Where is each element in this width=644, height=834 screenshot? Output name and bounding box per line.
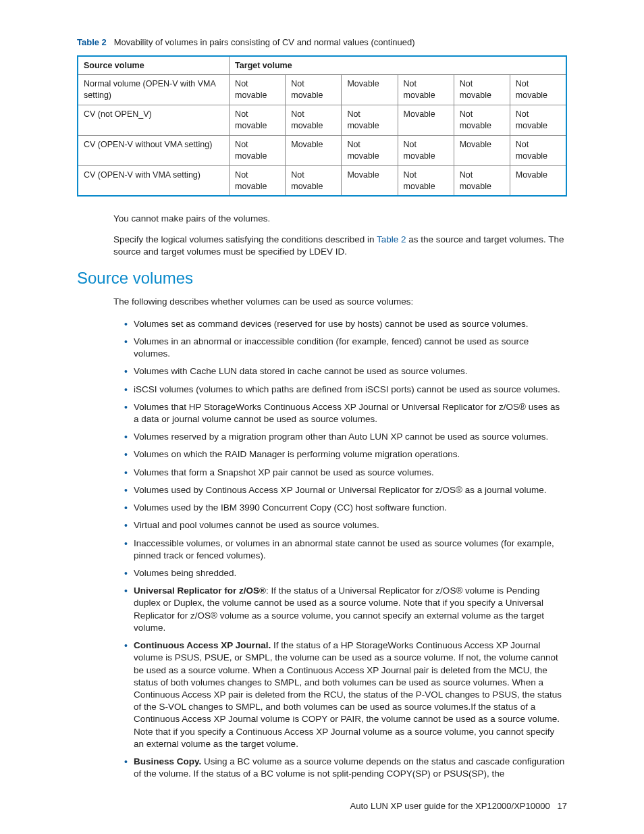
- table-cell: Not movable: [510, 105, 566, 136]
- movability-table: Source volume Target volume Normal volum…: [77, 55, 567, 197]
- table-cell: Not movable: [230, 75, 286, 105]
- paragraph: You cannot make pairs of the volumes.: [113, 213, 567, 225]
- list-item-text: Volumes on which the RAID Manager is per…: [134, 449, 460, 459]
- list-item-text: If the status of a HP StorageWorks Conti…: [134, 640, 562, 749]
- list-item-bold: Universal Replicator for z/OS®: [134, 585, 266, 596]
- list-item: Volumes reserved by a migration program …: [124, 431, 567, 443]
- table-cell: CV (OPEN-V without VMA setting): [78, 135, 230, 165]
- list-item: Volumes used by the IBM 3990 Concurrent …: [124, 502, 567, 514]
- page-footer: Auto LUN XP user guide for the XP12000/X…: [77, 800, 567, 812]
- list-item: Continuous Access XP Journal. If the sta…: [124, 640, 567, 750]
- list-item: Volumes on which the RAID Manager is per…: [124, 448, 567, 461]
- table-row: CV (OPEN-V without VMA setting)Not movab…: [78, 135, 566, 165]
- col-header-target: Target volume: [230, 56, 566, 75]
- list-item-bold: Business Copy.: [134, 756, 201, 766]
- table-cell: Normal volume (OPEN-V with VMA setting): [78, 75, 230, 105]
- table-cell: Not movable: [230, 105, 286, 136]
- table-cell: Not movable: [286, 165, 342, 196]
- table-cell: Not movable: [286, 105, 342, 136]
- table-label: Table 2: [77, 37, 107, 47]
- list-item: Volumes being shredded.: [124, 567, 567, 579]
- list-item-text: Volumes reserved by a migration program …: [134, 432, 548, 442]
- table-caption-text: Movability of volumes in pairs consistin…: [114, 37, 415, 47]
- table-cell: CV (not OPEN_V): [78, 105, 230, 136]
- table-cell: CV (OPEN-V with VMA setting): [78, 165, 230, 196]
- list-item: Volumes set as command devices (reserved…: [124, 318, 567, 330]
- list-item-text: iSCSI volumes (volumes to which paths ar…: [134, 384, 560, 394]
- table-cell: Not movable: [454, 165, 510, 196]
- list-item-text: Volumes used by Continous Access XP Jour…: [134, 485, 547, 495]
- table-2-link[interactable]: Table 2: [377, 234, 406, 244]
- table-cell: Not movable: [342, 135, 398, 165]
- list-item-text: Volumes that HP StorageWorks Continuous …: [134, 402, 560, 424]
- list-item-text: Volumes with Cache LUN data stored in ca…: [134, 366, 468, 376]
- table-cell: Not movable: [342, 105, 398, 136]
- col-header-source: Source volume: [78, 56, 230, 75]
- bullet-list: Volumes set as command devices (reserved…: [124, 318, 567, 781]
- footer-title: Auto LUN XP user guide for the XP12000/X…: [350, 801, 550, 811]
- list-item: Business Copy. Using a BC volume as a so…: [124, 756, 567, 780]
- table-cell: Movable: [342, 75, 398, 105]
- table-cell: Not movable: [510, 135, 566, 165]
- table-cell: Movable: [342, 165, 398, 196]
- list-item-text: Volumes set as command devices (reserved…: [134, 319, 529, 329]
- paragraph: Specify the logical volumes satisfying t…: [113, 234, 567, 258]
- list-item-text: Volumes used by the IBM 3990 Concurrent …: [134, 502, 447, 513]
- table-row: CV (OPEN-V with VMA setting)Not movableN…: [78, 165, 566, 196]
- page-number: 17: [558, 801, 567, 811]
- section-heading-source-volumes: Source volumes: [77, 267, 567, 289]
- list-item: Universal Replicator for z/OS®: If the s…: [124, 585, 567, 634]
- list-item: Volumes with Cache LUN data stored in ca…: [124, 365, 567, 377]
- list-item-text: Virtual and pool volumes cannot be used …: [134, 520, 379, 530]
- table-caption: Table 2 Movability of volumes in pairs c…: [77, 36, 567, 49]
- paragraph: The following describes whether volumes …: [113, 296, 567, 308]
- table-cell: Not movable: [398, 165, 454, 196]
- table-cell: Not movable: [230, 135, 286, 165]
- list-item: Inaccessible volumes, or volumes in an a…: [124, 538, 567, 562]
- table-cell: Not movable: [398, 135, 454, 165]
- list-item: Volumes that form a Snapshot XP pair can…: [124, 467, 567, 479]
- table-row: Normal volume (OPEN-V with VMA setting)N…: [78, 75, 566, 105]
- body-paragraphs: You cannot make pairs of the volumes. Sp…: [113, 213, 567, 258]
- section-intro: The following describes whether volumes …: [113, 296, 567, 308]
- list-item: Volumes used by Continous Access XP Jour…: [124, 484, 567, 496]
- list-item-bold: Continuous Access XP Journal.: [134, 640, 271, 650]
- table-row: CV (not OPEN_V)Not movableNot movableNot…: [78, 105, 566, 136]
- table-cell: Movable: [398, 105, 454, 136]
- list-item: Volumes in an abnormal or inaccessible c…: [124, 336, 567, 360]
- list-item: Volumes that HP StorageWorks Continuous …: [124, 401, 567, 425]
- list-item-text: Volumes in an abnormal or inaccessible c…: [134, 336, 529, 359]
- table-cell: Movable: [510, 165, 566, 196]
- list-item-text: Volumes being shredded.: [134, 568, 236, 578]
- table-cell: Not movable: [454, 105, 510, 136]
- table-cell: Not movable: [286, 75, 342, 105]
- table-cell: Not movable: [454, 75, 510, 105]
- list-item-text: Volumes that form a Snapshot XP pair can…: [134, 467, 434, 477]
- table-cell: Movable: [286, 135, 342, 165]
- table-cell: Not movable: [398, 75, 454, 105]
- list-item: Virtual and pool volumes cannot be used …: [124, 519, 567, 531]
- table-cell: Movable: [454, 135, 510, 165]
- table-cell: Not movable: [510, 75, 566, 105]
- list-item: iSCSI volumes (volumes to which paths ar…: [124, 384, 567, 396]
- list-item-text: Inaccessible volumes, or volumes in an a…: [134, 538, 554, 561]
- table-cell: Not movable: [230, 165, 286, 196]
